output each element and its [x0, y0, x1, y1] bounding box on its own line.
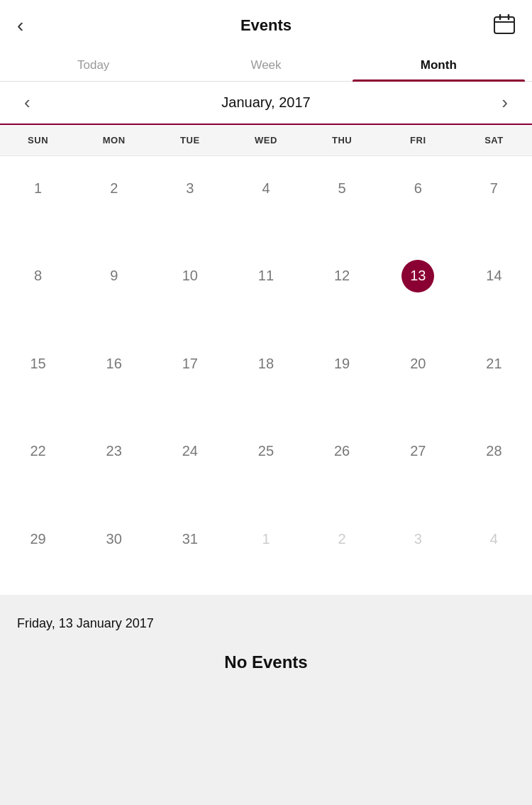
tab-week[interactable]: Week — [179, 48, 352, 81]
calendar-day-19-w2[interactable]: 19 — [304, 332, 380, 420]
tab-today[interactable]: Today — [7, 48, 179, 81]
prev-month-button[interactable]: ‹ — [17, 89, 38, 116]
back-arrow-icon: ‹ — [17, 14, 23, 36]
calendar-day-8-w1[interactable]: 8 — [0, 244, 76, 332]
header: ‹ Events — [0, 0, 532, 48]
calendar-day-16-w2[interactable]: 16 — [76, 332, 152, 420]
selected-date-label: Friday, 13 January 2017 — [17, 616, 515, 631]
back-button[interactable]: ‹ — [17, 14, 45, 37]
page-layout: ‹ Events Today Week Month ‹ January, 201… — [0, 0, 532, 805]
month-title: January, 2017 — [38, 94, 495, 111]
day-header-wed: WED — [228, 135, 304, 146]
calendar-day-28-w3[interactable]: 28 — [456, 420, 532, 508]
calendar-day-2-w4[interactable]: 2 — [304, 507, 380, 595]
calendar-day-9-w1[interactable]: 9 — [76, 244, 152, 332]
calendar-day-31-w4[interactable]: 31 — [152, 507, 228, 595]
calendar-day-21-w2[interactable]: 21 — [456, 332, 532, 420]
calendar-day-15-w2[interactable]: 15 — [0, 332, 76, 420]
calendar-day-27-w3[interactable]: 27 — [380, 420, 456, 508]
calendar-day-1-w0[interactable]: 1 — [0, 156, 76, 244]
no-events-label: No Events — [17, 652, 515, 672]
calendar-day-24-w3[interactable]: 24 — [152, 420, 228, 508]
calendar-day-25-w3[interactable]: 25 — [228, 420, 304, 508]
next-month-button[interactable]: › — [494, 89, 515, 116]
calendar-day-14-w1[interactable]: 14 — [456, 244, 532, 332]
calendar-icon-button[interactable] — [487, 14, 515, 37]
page-title: Events — [240, 16, 292, 35]
calendar-day-26-w3[interactable]: 26 — [304, 420, 380, 508]
calendar-day-12-w1[interactable]: 12 — [304, 244, 380, 332]
calendar-day-18-w2[interactable]: 18 — [228, 332, 304, 420]
month-navigation: ‹ January, 2017 › — [0, 82, 532, 125]
calendar-day-20-w2[interactable]: 20 — [380, 332, 456, 420]
calendar-day-4-w0[interactable]: 4 — [228, 156, 304, 244]
bottom-section: Friday, 13 January 2017 No Events — [0, 595, 532, 806]
calendar-day-6-w0[interactable]: 6 — [380, 156, 456, 244]
calendar-day-17-w2[interactable]: 17 — [152, 332, 228, 420]
day-header-tue: TUE — [152, 135, 228, 146]
calendar-day-7-w0[interactable]: 7 — [456, 156, 532, 244]
calendar-icon — [494, 14, 515, 34]
calendar-day-1-w4[interactable]: 1 — [228, 507, 304, 595]
calendar-day-29-w4[interactable]: 29 — [0, 507, 76, 595]
svg-rect-0 — [494, 17, 514, 33]
day-header-fri: FRI — [380, 135, 456, 146]
day-header-thu: THU — [304, 135, 380, 146]
calendar-day-30-w4[interactable]: 30 — [76, 507, 152, 595]
day-header-sun: SUN — [0, 135, 76, 146]
calendar-day-22-w3[interactable]: 22 — [0, 420, 76, 508]
calendar-day-23-w3[interactable]: 23 — [76, 420, 152, 508]
calendar-grid: 1234567891011121314151617181920212223242… — [0, 156, 532, 595]
calendar-day-2-w0[interactable]: 2 — [76, 156, 152, 244]
day-header-mon: MON — [76, 135, 152, 146]
calendar-day-3-w0[interactable]: 3 — [152, 156, 228, 244]
day-header-sat: SAT — [456, 135, 532, 146]
calendar-day-11-w1[interactable]: 11 — [228, 244, 304, 332]
calendar-day-10-w1[interactable]: 10 — [152, 244, 228, 332]
calendar-day-5-w0[interactable]: 5 — [304, 156, 380, 244]
day-headers: SUN MON TUE WED THU FRI SAT — [0, 125, 532, 156]
calendar-day-today[interactable]: 13 — [380, 244, 456, 332]
calendar-day-4-w4[interactable]: 4 — [456, 507, 532, 595]
tab-month[interactable]: Month — [353, 48, 525, 81]
calendar-day-3-w4[interactable]: 3 — [380, 507, 456, 595]
view-tabs: Today Week Month — [0, 48, 532, 82]
